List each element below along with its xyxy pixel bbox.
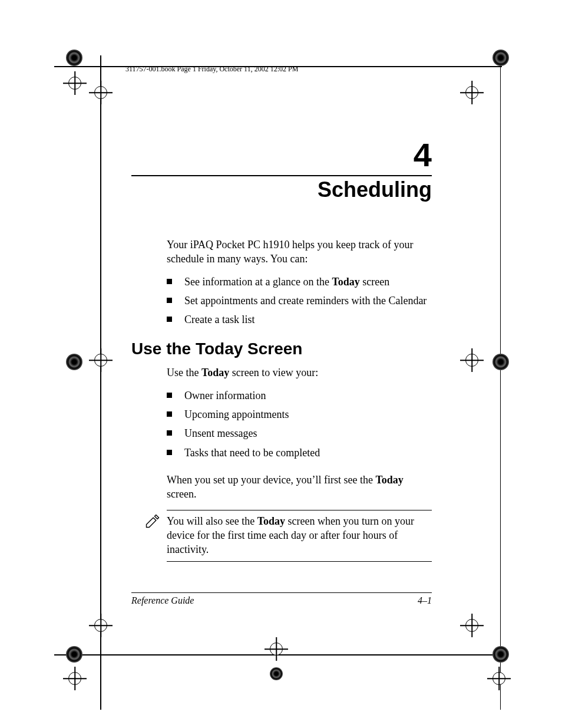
list-item: Set appointments and create reminders wi… bbox=[167, 294, 432, 308]
intro-paragraph: Your iPAQ Pocket PC h1910 helps you keep… bbox=[131, 238, 432, 266]
text-run: When you set up your device, you’ll firs… bbox=[167, 474, 375, 486]
footer-rule bbox=[131, 592, 432, 593]
intro-bullet-list: See information at a glance on the Today… bbox=[131, 275, 432, 327]
text-run: Use the bbox=[167, 367, 201, 378]
closing-paragraph: When you set up your device, you’ll firs… bbox=[131, 473, 432, 502]
footer-left: Reference Guide bbox=[131, 595, 194, 606]
bullet-text: Set appointments and create reminders wi… bbox=[184, 295, 427, 307]
bullet-bold: Today bbox=[332, 276, 359, 288]
chapter-rule bbox=[131, 175, 432, 176]
page-footer: Reference Guide 4–1 bbox=[131, 592, 432, 606]
crop-mark-left-mid bbox=[54, 336, 125, 407]
section-intro: Use the Today screen to view your: bbox=[131, 365, 432, 380]
section-heading: Use the Today Screen bbox=[131, 340, 432, 358]
list-item: Upcoming appointments bbox=[167, 407, 432, 421]
crop-mark-bottom-center bbox=[259, 637, 330, 707]
chapter-number: 4 bbox=[131, 139, 432, 172]
text-run: screen. bbox=[167, 488, 196, 500]
crop-mark-top-right bbox=[427, 35, 509, 112]
note-block: You will also see the Today screen when … bbox=[131, 514, 432, 557]
note-rule-bottom bbox=[167, 561, 432, 562]
note-bold: Today bbox=[257, 515, 285, 527]
bullet-text: See information at a glance on the bbox=[184, 276, 332, 288]
crop-mark-left-upper bbox=[54, 77, 125, 147]
section-bullet-list: Owner information Upcoming appointments … bbox=[131, 388, 432, 460]
chapter-title: Scheduling bbox=[131, 177, 432, 202]
footer-right: 4–1 bbox=[418, 595, 432, 606]
header-stamp: 311757-001.book Page 1 Friday, October 1… bbox=[125, 65, 432, 74]
list-item: Owner information bbox=[167, 388, 432, 403]
crop-mark-bottom-left bbox=[54, 613, 137, 707]
list-item: Create a task list bbox=[167, 312, 432, 327]
list-item: Unsent messages bbox=[167, 426, 432, 440]
crop-mark-bottom-right bbox=[427, 613, 509, 707]
text-run: screen to view your: bbox=[229, 367, 318, 378]
text-bold: Today bbox=[375, 474, 403, 486]
list-item: See information at a glance on the Today… bbox=[167, 275, 432, 289]
bullet-text: screen bbox=[360, 276, 389, 288]
page-content: 311757-001.book Page 1 Friday, October 1… bbox=[131, 65, 432, 565]
bullet-text: Create a task list bbox=[184, 314, 254, 325]
text-bold: Today bbox=[201, 367, 229, 378]
note-text: You will also see the bbox=[167, 515, 257, 527]
note-rule-top bbox=[167, 510, 432, 510]
crop-mark-right-mid bbox=[438, 336, 509, 407]
pencil-icon bbox=[144, 513, 161, 535]
list-item: Tasks that need to be completed bbox=[167, 446, 432, 460]
